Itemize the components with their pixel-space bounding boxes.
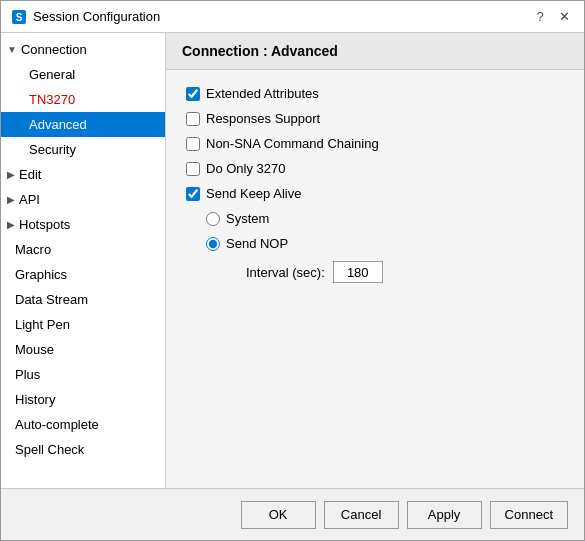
- dialog-body: ▼ Connection General TN3270 Advanced Sec…: [1, 33, 584, 488]
- cancel-button[interactable]: Cancel: [324, 501, 399, 529]
- sidebar-item-label: Graphics: [15, 267, 67, 282]
- sidebar-item-general[interactable]: General: [1, 62, 165, 87]
- sidebar-item-connection[interactable]: ▼ Connection: [1, 37, 165, 62]
- dialog-title: Session Configuration: [33, 9, 160, 24]
- sidebar-item-label: Light Pen: [15, 317, 70, 332]
- dialog-icon: S: [11, 9, 27, 25]
- sidebar-item-label: Connection: [21, 42, 87, 57]
- sidebar-item-label: Plus: [15, 367, 40, 382]
- expand-icon: ▶: [7, 219, 15, 230]
- non-sna-command-label: Non-SNA Command Chaining: [206, 136, 379, 151]
- sidebar-item-label: Hotspots: [19, 217, 70, 232]
- dialog-footer: OK Cancel Apply Connect: [1, 488, 584, 540]
- sidebar-item-label: Spell Check: [15, 442, 84, 457]
- sidebar-item-label: Advanced: [29, 117, 87, 132]
- help-button[interactable]: ?: [530, 7, 550, 27]
- system-radio-row: System: [186, 211, 564, 226]
- close-button[interactable]: ✕: [554, 7, 574, 27]
- extended-attributes-label: Extended Attributes: [206, 86, 319, 101]
- sidebar-item-label: Macro: [15, 242, 51, 257]
- extended-attributes-row: Extended Attributes: [186, 86, 564, 101]
- svg-text:S: S: [16, 12, 23, 23]
- sidebar-item-graphics[interactable]: Graphics: [1, 262, 165, 287]
- non-sna-command-row: Non-SNA Command Chaining: [186, 136, 564, 151]
- sidebar-item-auto-complete[interactable]: Auto-complete: [1, 412, 165, 437]
- send-keep-alive-row: Send Keep Alive: [186, 186, 564, 201]
- sidebar-item-label: Edit: [19, 167, 41, 182]
- responses-support-row: Responses Support: [186, 111, 564, 126]
- sidebar-item-label: General: [29, 67, 75, 82]
- sidebar-item-light-pen[interactable]: Light Pen: [1, 312, 165, 337]
- expand-icon: ▶: [7, 194, 15, 205]
- sidebar-item-security[interactable]: Security: [1, 137, 165, 162]
- expand-icon: ▶: [7, 169, 15, 180]
- extended-attributes-checkbox[interactable]: [186, 87, 200, 101]
- content-title: Connection : Advanced: [182, 43, 338, 59]
- sidebar-item-macro[interactable]: Macro: [1, 237, 165, 262]
- do-only-3270-checkbox[interactable]: [186, 162, 200, 176]
- responses-support-checkbox[interactable]: [186, 112, 200, 126]
- interval-row: Interval (sec):: [186, 261, 564, 283]
- non-sna-command-checkbox[interactable]: [186, 137, 200, 151]
- system-label: System: [226, 211, 269, 226]
- sidebar-item-advanced[interactable]: Advanced: [1, 112, 165, 137]
- ok-button[interactable]: OK: [241, 501, 316, 529]
- sidebar-item-tn3270[interactable]: TN3270: [1, 87, 165, 112]
- send-nop-radio-row: Send NOP: [186, 236, 564, 251]
- sidebar-item-label: API: [19, 192, 40, 207]
- sidebar-item-plus[interactable]: Plus: [1, 362, 165, 387]
- sidebar-item-api[interactable]: ▶ API: [1, 187, 165, 212]
- sidebar-item-label: TN3270: [29, 92, 75, 107]
- title-bar: S Session Configuration ? ✕: [1, 1, 584, 33]
- sidebar-item-history[interactable]: History: [1, 387, 165, 412]
- sidebar-item-spell-check[interactable]: Spell Check: [1, 437, 165, 462]
- do-only-3270-label: Do Only 3270: [206, 161, 286, 176]
- apply-button[interactable]: Apply: [407, 501, 482, 529]
- sidebar: ▼ Connection General TN3270 Advanced Sec…: [1, 33, 166, 488]
- sidebar-item-label: Mouse: [15, 342, 54, 357]
- interval-input[interactable]: [333, 261, 383, 283]
- responses-support-label: Responses Support: [206, 111, 320, 126]
- sidebar-item-label: Data Stream: [15, 292, 88, 307]
- session-configuration-dialog: S Session Configuration ? ✕ ▼ Connection…: [0, 0, 585, 541]
- expand-icon: ▼: [7, 44, 17, 55]
- content-header: Connection : Advanced: [166, 33, 584, 70]
- sidebar-item-label: Auto-complete: [15, 417, 99, 432]
- interval-label: Interval (sec):: [246, 265, 325, 280]
- connect-button[interactable]: Connect: [490, 501, 568, 529]
- send-nop-radio[interactable]: [206, 237, 220, 251]
- sidebar-item-mouse[interactable]: Mouse: [1, 337, 165, 362]
- content-area: Extended Attributes Responses Support No…: [166, 70, 584, 488]
- sidebar-item-label: Security: [29, 142, 76, 157]
- send-keep-alive-checkbox[interactable]: [186, 187, 200, 201]
- sidebar-item-edit[interactable]: ▶ Edit: [1, 162, 165, 187]
- send-nop-label: Send NOP: [226, 236, 288, 251]
- send-keep-alive-label: Send Keep Alive: [206, 186, 301, 201]
- system-radio[interactable]: [206, 212, 220, 226]
- main-content: Connection : Advanced Extended Attribute…: [166, 33, 584, 488]
- sidebar-item-data-stream[interactable]: Data Stream: [1, 287, 165, 312]
- sidebar-item-hotspots[interactable]: ▶ Hotspots: [1, 212, 165, 237]
- sidebar-item-label: History: [15, 392, 55, 407]
- do-only-3270-row: Do Only 3270: [186, 161, 564, 176]
